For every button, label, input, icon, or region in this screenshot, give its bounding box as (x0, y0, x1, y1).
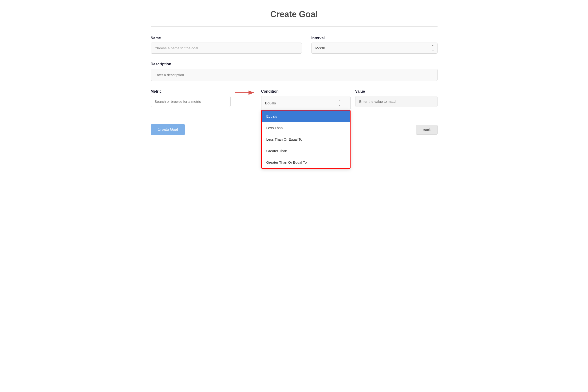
description-input[interactable] (151, 69, 438, 81)
condition-option-less-than[interactable]: Less Than (262, 122, 350, 134)
condition-dropdown: Equals Less Than Less Than Or Equal To G… (261, 110, 351, 168)
interval-group: Interval Day Week Month Quarter Year ⌃⌄ (311, 36, 437, 54)
condition-section: Condition Equals ⌃⌄ Equals Less Than Les… (261, 89, 351, 110)
name-input[interactable] (151, 42, 302, 54)
condition-option-greater-than-equal[interactable]: Greater Than Or Equal To (262, 156, 350, 168)
value-label: Value (355, 89, 438, 94)
condition-option-greater-than[interactable]: Greater Than (262, 145, 350, 156)
condition-chevron-icon: ⌃⌄ (338, 100, 341, 106)
value-input[interactable] (355, 96, 438, 107)
name-label: Name (151, 36, 302, 40)
condition-option-equals[interactable]: Equals (262, 110, 350, 122)
value-section: Value (355, 89, 438, 107)
name-group: Name (151, 36, 302, 54)
page-title: Create Goal (151, 10, 438, 19)
condition-option-less-than-equal[interactable]: Less Than Or Equal To (262, 134, 350, 145)
description-row: Description (151, 62, 438, 81)
interval-label: Interval (311, 36, 437, 40)
metric-label: Metric (151, 89, 231, 94)
interval-select[interactable]: Day Week Month Quarter Year (311, 42, 437, 54)
description-group: Description (151, 62, 438, 81)
metric-section: Metric (151, 89, 231, 107)
metric-condition-value-row: Metric Condition Equals ⌃⌄ (151, 89, 438, 110)
divider (151, 26, 438, 26)
condition-selected-value: Equals (265, 101, 276, 105)
name-interval-row: Name Interval Day Week Month Quarter Yea… (151, 36, 438, 54)
create-goal-button[interactable]: Create Goal (151, 124, 185, 135)
condition-select-display[interactable]: Equals ⌃⌄ (261, 96, 351, 110)
arrow-container (235, 89, 256, 99)
metric-input[interactable] (151, 96, 231, 107)
description-label: Description (151, 62, 438, 66)
back-button[interactable]: Back (416, 125, 437, 135)
page-container: Create Goal Name Interval Day Week Month… (137, 0, 452, 154)
interval-select-wrapper: Day Week Month Quarter Year ⌃⌄ (311, 42, 437, 54)
arrow-icon (235, 89, 256, 96)
condition-label: Condition (261, 89, 351, 94)
